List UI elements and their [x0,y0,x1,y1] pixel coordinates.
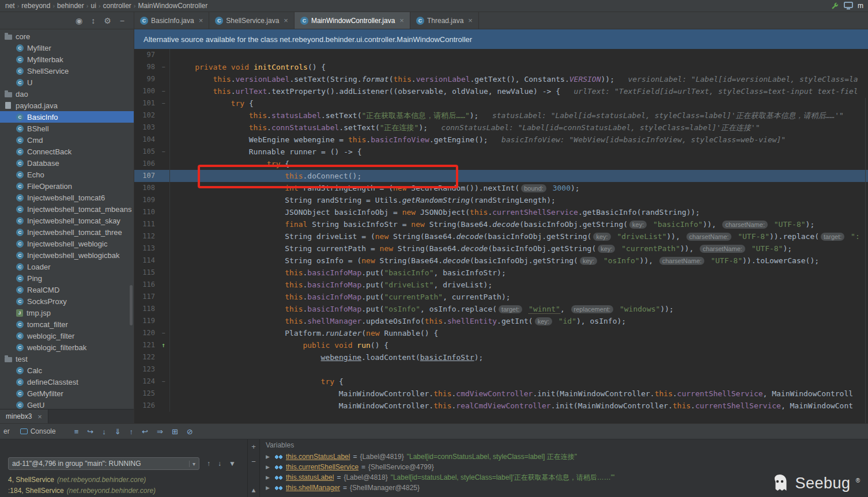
editor-tab[interactable]: CMainWindowController.java× [295,12,410,29]
code-area[interactable]: 9798−private void initControls() {99this… [134,49,868,423]
line-number[interactable]: 101 [134,97,157,109]
editor-tab[interactable]: CShellService.java× [209,12,295,29]
tree-item[interactable]: Cweblogic_filter [0,330,134,342]
scroll-top-icon[interactable]: ▴ [252,486,256,494]
tab-debugger-partial[interactable]: er [3,427,10,435]
tree-item[interactable]: Cweblogic_filterbak [0,342,134,353]
tree-item[interactable]: payload.java [0,100,134,111]
tab-console[interactable]: Console [16,426,61,437]
code-line[interactable]: 116this.basicInfoMap.put("driveList", dr… [134,279,868,291]
tree-item[interactable]: CEcho [0,169,134,180]
fold-icon[interactable]: − [157,327,170,339]
code-line[interactable]: 119this.shellManager.updateOsInfo(this.s… [134,315,868,327]
tree-item[interactable]: CCalc [0,365,134,376]
line-number[interactable]: 123 [134,363,157,375]
tree-item[interactable]: test [0,353,134,365]
line-number[interactable]: 107 [134,170,157,182]
tree-item[interactable]: dao [0,88,134,100]
tree-item[interactable]: CFileOperation [0,180,134,192]
hide-icon[interactable]: − [120,17,124,25]
next-frame-icon[interactable]: ↓ [218,460,221,467]
line-number[interactable]: 102 [134,109,157,122]
debug-session-tab[interactable]: minebx3 × [0,409,48,423]
tree-item[interactable]: Ctomcat_filter [0,318,134,330]
line-number[interactable]: 108 [134,182,157,194]
line-number[interactable]: 113 [134,242,157,255]
line-number[interactable]: 124 [134,375,157,388]
tree-item[interactable]: CMyfilter [0,42,134,54]
code-line[interactable]: 126MainWindowController.this.realCmdView… [134,400,868,412]
tree-item[interactable]: CGetMyfilter [0,388,134,399]
settings-icon[interactable]: ⚙ [104,17,111,25]
code-line[interactable]: 118this.basicInfoMap.put("osInfo", osInf… [134,303,868,315]
stack-frame[interactable]: :184, ShellService(net.rebeyond.behinder… [8,485,247,496]
code-line[interactable]: 102this.statusLabel.setText("正在获取基本信息，请稍… [134,109,868,122]
code-line[interactable]: 98−private void initControls() { [134,61,868,73]
tree-item[interactable]: CInjectwebshell_tomcat6 [0,192,134,203]
line-number[interactable]: 114 [134,255,157,267]
code-line[interactable]: 125MainWindowController.this.cmdViewCont… [134,388,868,400]
code-line[interactable]: 124−try { [134,375,868,388]
close-icon[interactable]: × [37,412,42,421]
step-out-icon[interactable]: ↑ [130,428,134,435]
breadcrumb-item[interactable]: rebeyond [20,2,52,10]
tree-item[interactable]: Jtmp.jsp [0,307,134,318]
line-number[interactable]: 97 [134,49,157,61]
fold-icon[interactable]: − [157,146,170,158]
line-number[interactable]: 126 [134,400,157,412]
run-to-cursor-icon[interactable]: ⇒ [157,428,163,435]
line-number[interactable]: 125 [134,388,157,400]
tree-item[interactable]: CShellService [0,65,134,77]
code-line[interactable]: 107this.doConnect(); [134,170,868,182]
tree-item[interactable]: CInjectwebshell_tomcat_skay [0,215,134,226]
scroll-from-source-icon[interactable]: ◉ [76,17,82,25]
line-number[interactable]: 100 [134,85,157,97]
code-line[interactable]: 97 [134,49,868,61]
variable-row[interactable]: ▶this.statusLabel={Label@4818}"Label[id=… [266,472,868,483]
force-step-into-icon[interactable]: ⇓ [115,428,121,435]
editor-tab[interactable]: CThread.java× [410,12,479,29]
code-line[interactable]: 100−this.urlText.textProperty().addListe… [134,85,868,97]
fold-icon[interactable]: − [157,61,170,73]
line-number[interactable]: 121 [134,339,157,351]
tree-item[interactable]: CDatabase [0,157,134,169]
code-line[interactable]: 112String driveList = (new String(Base64… [134,230,868,242]
tree-item[interactable]: CCmd [0,134,134,146]
code-line[interactable]: 122webengine.loadContent(basicInfoStr); [134,351,868,363]
tree-item[interactable]: CSocksProxy [0,295,134,307]
line-number[interactable]: 109 [134,194,157,206]
line-number[interactable]: 104 [134,134,157,146]
code-line[interactable]: 101−try { [134,97,868,109]
line-number[interactable]: 115 [134,267,157,279]
variable-name[interactable]: this.connStatusLabel [286,453,350,461]
monitor-icon[interactable] [844,2,853,10]
tree-item[interactable]: CLoader [0,261,134,272]
tree-item[interactable]: CInjectwebshell_weblogicbak [0,249,134,261]
tree-item[interactable]: CMyfilterbak [0,54,134,65]
code-line[interactable]: 123 [134,363,868,375]
prev-frame-icon[interactable]: ↑ [207,460,210,467]
mute-breakpoints-icon[interactable]: ⊘ [187,428,193,435]
expand-arrow-icon[interactable]: ▶ [266,454,271,460]
variable-name[interactable]: this.shellManager [286,484,340,492]
line-number[interactable]: 99 [134,73,157,85]
line-number[interactable]: 118 [134,303,157,315]
code-line[interactable]: 109String randString = Utils.getRandomSt… [134,194,868,206]
tree-item[interactable]: CBasicInfo [0,111,134,123]
line-number[interactable]: 112 [134,230,157,242]
line-number[interactable]: 116 [134,279,157,291]
code-line[interactable]: 114String osInfo = (new String(Base64.de… [134,255,868,267]
code-line[interactable]: 103this.connStatusLabel.setText("正在连接");… [134,122,868,134]
code-line[interactable]: 111final String basicInfoStr = new Strin… [134,218,868,230]
code-line[interactable]: 105−Runnable runner = () -> { [134,146,868,158]
drop-frame-icon[interactable]: ↩ [142,428,148,435]
variable-row[interactable]: ▶this.connStatusLabel={Label@4819}"Label… [266,452,868,462]
tree-item[interactable]: CInjectwebshell_tomcat_mbeans [0,203,134,215]
variable-row[interactable]: ▶this.currentShellService={ShellService@… [266,462,868,472]
editor-tab[interactable]: CBasicInfo.java× [134,12,209,29]
close-icon[interactable]: × [399,16,404,25]
tree-item[interactable]: CInjectwebshell_tomcat_three [0,226,134,238]
line-number[interactable]: 122 [134,351,157,363]
fold-icon[interactable]: − [157,97,170,109]
wrench-icon[interactable] [831,2,839,10]
